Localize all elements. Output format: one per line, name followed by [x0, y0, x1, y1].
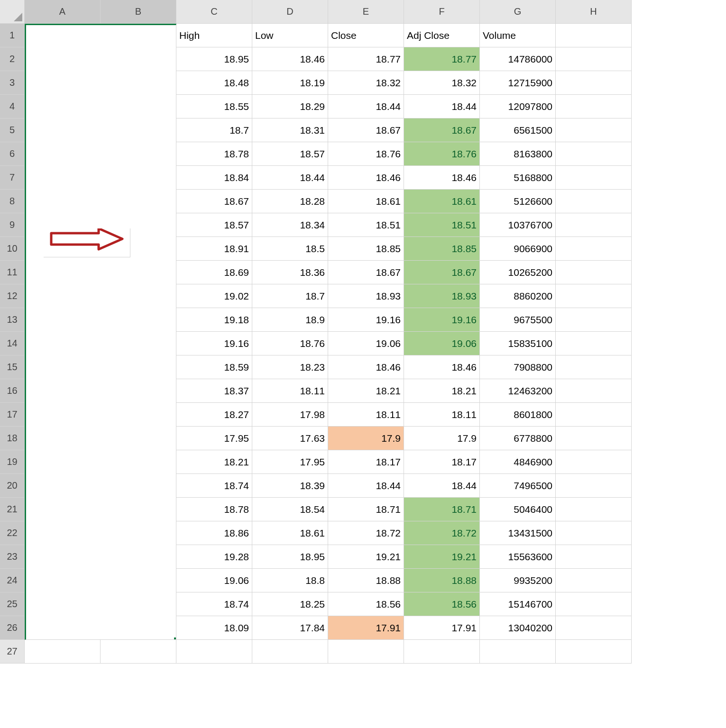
cell-A18[interactable]: 14-07-2022 — [25, 427, 101, 450]
cell-E24[interactable]: 18.88 — [328, 569, 404, 592]
cell-H17[interactable] — [556, 403, 632, 427]
header-cell-C[interactable]: High — [176, 24, 252, 47]
cell-B24[interactable]: 18.89 — [101, 569, 176, 592]
cell-D26[interactable]: 17.84 — [252, 616, 328, 640]
cell-F21[interactable]: 18.71 — [404, 498, 480, 521]
cell-H27[interactable] — [556, 640, 632, 664]
row-header-3[interactable]: 3 — [0, 71, 25, 95]
header-cell-H[interactable] — [556, 24, 632, 47]
header-cell-D[interactable]: Low — [252, 24, 328, 47]
cell-H13[interactable] — [556, 308, 632, 332]
cell-E12[interactable]: 18.93 — [328, 284, 404, 308]
cell-G13[interactable]: 9675500 — [480, 308, 556, 332]
cell-F9[interactable]: 18.51 — [404, 213, 480, 237]
cell-E14[interactable]: 19.06 — [328, 332, 404, 355]
cell-G15[interactable]: 7908800 — [480, 355, 556, 379]
cell-B21[interactable]: 18.6 — [101, 498, 176, 521]
cell-E18[interactable]: 17.9 — [328, 427, 404, 450]
cell-D10[interactable]: 18.5 — [252, 237, 328, 261]
cell-C18[interactable]: 17.95 — [176, 427, 252, 450]
cell-F11[interactable]: 18.67 — [404, 261, 480, 284]
cell-F16[interactable]: 18.21 — [404, 379, 480, 403]
cell-E16[interactable]: 18.21 — [328, 379, 404, 403]
cell-F23[interactable]: 19.21 — [404, 545, 480, 569]
row-header-9[interactable]: 9 — [0, 213, 25, 237]
column-header-E[interactable]: E — [328, 0, 404, 24]
cell-A22[interactable]: 20-07-2022 — [25, 521, 101, 545]
cell-D13[interactable]: 18.9 — [252, 308, 328, 332]
cell-C12[interactable]: 19.02 — [176, 284, 252, 308]
cell-A16[interactable]: 12-07-2022 — [25, 379, 101, 403]
cell-D19[interactable]: 17.95 — [252, 450, 328, 474]
cell-G25[interactable]: 15146700 — [480, 592, 556, 616]
cell-B27[interactable] — [101, 640, 176, 664]
row-header-18[interactable]: 18 — [0, 427, 25, 450]
cell-F27[interactable] — [404, 640, 480, 664]
cell-D11[interactable]: 18.36 — [252, 261, 328, 284]
cell-F18[interactable]: 17.9 — [404, 427, 480, 450]
cell-G21[interactable]: 5046400 — [480, 498, 556, 521]
cell-H9[interactable] — [556, 213, 632, 237]
cell-H21[interactable] — [556, 498, 632, 521]
cell-G23[interactable]: 15563600 — [480, 545, 556, 569]
cell-A9[interactable]: 30-06-2022 — [25, 213, 101, 237]
cell-B15[interactable]: 18.5 — [101, 355, 176, 379]
cell-G2[interactable]: 14786000 — [480, 47, 556, 71]
column-header-D[interactable]: D — [252, 0, 328, 24]
cell-C3[interactable]: 18.48 — [176, 71, 252, 95]
cell-D23[interactable]: 18.95 — [252, 545, 328, 569]
cell-H6[interactable] — [556, 142, 632, 166]
row-header-13[interactable]: 13 — [0, 308, 25, 332]
cell-B14[interactable]: 19.05 — [101, 332, 176, 355]
cell-E19[interactable]: 18.17 — [328, 450, 404, 474]
row-header-19[interactable]: 19 — [0, 450, 25, 474]
cell-F2[interactable]: 18.77 — [404, 47, 480, 71]
cell-C25[interactable]: 18.74 — [176, 592, 252, 616]
cell-G5[interactable]: 6561500 — [480, 118, 556, 142]
row-header-14[interactable]: 14 — [0, 332, 25, 355]
row-header-25[interactable]: 25 — [0, 592, 25, 616]
cell-F17[interactable]: 18.11 — [404, 403, 480, 427]
cell-E22[interactable]: 18.72 — [328, 521, 404, 545]
cell-E3[interactable]: 18.32 — [328, 71, 404, 95]
row-header-4[interactable]: 4 — [0, 95, 25, 118]
cell-E4[interactable]: 18.44 — [328, 95, 404, 118]
cell-D6[interactable]: 18.57 — [252, 142, 328, 166]
cell-H15[interactable] — [556, 355, 632, 379]
cell-B6[interactable]: 18.76 — [101, 142, 176, 166]
cell-B2[interactable]: 18.52 — [101, 47, 176, 71]
cell-H11[interactable] — [556, 261, 632, 284]
column-header-C[interactable]: C — [176, 0, 252, 24]
row-header-15[interactable]: 15 — [0, 355, 25, 379]
cell-C13[interactable]: 19.18 — [176, 308, 252, 332]
column-header-F[interactable]: F — [404, 0, 480, 24]
cell-A27[interactable] — [25, 640, 101, 664]
select-all-corner[interactable] — [0, 0, 25, 24]
cell-E17[interactable]: 18.11 — [328, 403, 404, 427]
cell-E23[interactable]: 19.21 — [328, 545, 404, 569]
cell-A2[interactable]: 21-06-2022 — [25, 47, 101, 71]
row-header-1[interactable]: 1 — [0, 24, 25, 47]
cell-E27[interactable] — [328, 640, 404, 664]
cell-B16[interactable]: 18.19 — [101, 379, 176, 403]
cell-D18[interactable]: 17.63 — [252, 427, 328, 450]
cell-D21[interactable]: 18.54 — [252, 498, 328, 521]
cell-G18[interactable]: 6778800 — [480, 427, 556, 450]
cell-F19[interactable]: 18.17 — [404, 450, 480, 474]
row-header-23[interactable]: 23 — [0, 545, 25, 569]
header-cell-B[interactable]: Open — [101, 24, 176, 47]
cell-B25[interactable]: 18.7 — [101, 592, 176, 616]
cell-D27[interactable] — [252, 640, 328, 664]
cell-C8[interactable]: 18.67 — [176, 190, 252, 213]
cell-B7[interactable]: 18.76 — [101, 166, 176, 190]
cell-F26[interactable]: 17.91 — [404, 616, 480, 640]
cell-A26[interactable]: 26-07-2022 — [25, 616, 101, 640]
cell-E26[interactable]: 17.91 — [328, 616, 404, 640]
cell-H12[interactable] — [556, 284, 632, 308]
cell-E5[interactable]: 18.67 — [328, 118, 404, 142]
cell-B3[interactable]: 18.35 — [101, 71, 176, 95]
cell-H8[interactable] — [556, 190, 632, 213]
cell-D17[interactable]: 17.98 — [252, 403, 328, 427]
cell-F20[interactable]: 18.44 — [404, 474, 480, 498]
cell-F5[interactable]: 18.67 — [404, 118, 480, 142]
